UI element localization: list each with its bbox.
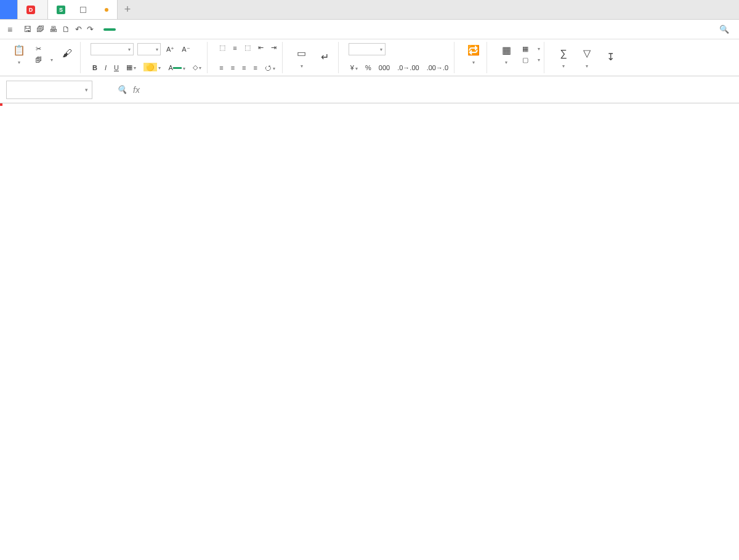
quick-access-toolbar: 🖫 🗊 🖶 🗋 ↶ ↷: [23, 25, 94, 34]
wrap-text-button[interactable]: ↵: [316, 43, 334, 72]
filter-button[interactable]: ▽: [578, 43, 596, 72]
print-preview-icon[interactable]: 🗋: [62, 25, 70, 34]
indent-dec-button[interactable]: ⇤: [256, 43, 265, 52]
format-painter-button[interactable]: 🖌: [58, 43, 76, 65]
menubar: ≡ 🖫 🗊 🖶 🗋 ↶ ↷ 🔍: [0, 20, 739, 39]
align-middle-button[interactable]: ≡: [231, 44, 238, 52]
align-top-button[interactable]: ⬚: [217, 43, 227, 52]
font-name-select[interactable]: ▾: [91, 43, 134, 55]
merge-center-button[interactable]: ▭: [293, 43, 311, 72]
percent-button[interactable]: %: [363, 63, 373, 72]
cut-button[interactable]: ✂: [33, 44, 53, 54]
tab-file[interactable]: S: [48, 0, 118, 19]
save-as-icon[interactable]: 🗊: [36, 25, 44, 34]
italic-button[interactable]: I: [103, 63, 108, 72]
border-button[interactable]: ▦: [124, 63, 138, 72]
font-color-button[interactable]: A: [166, 63, 187, 72]
align-left-button[interactable]: ≡: [217, 63, 225, 72]
copy-button[interactable]: 🗐: [33, 55, 53, 65]
save-icon[interactable]: 🖫: [23, 25, 31, 34]
number-format-select[interactable]: ▾: [349, 43, 386, 55]
align-right-button[interactable]: ≡: [240, 63, 248, 72]
highlight-box: [0, 103, 2, 106]
indent-inc-button[interactable]: ⇥: [269, 43, 278, 52]
comma-button[interactable]: 000: [377, 63, 392, 72]
redo-icon[interactable]: ↷: [87, 25, 94, 34]
underline-button[interactable]: U: [112, 63, 121, 72]
zoom-icon[interactable]: 🔍: [117, 85, 127, 94]
align-center-button[interactable]: ≡: [229, 63, 236, 72]
currency-button[interactable]: ¥: [349, 63, 360, 72]
hamburger-icon[interactable]: ≡: [7, 25, 12, 34]
type-convert-button[interactable]: 🔁: [464, 43, 483, 65]
align-bottom-button[interactable]: ⬚: [243, 43, 252, 52]
orientation-button[interactable]: ⭯: [263, 63, 277, 72]
unsaved-dot-icon: [105, 8, 108, 12]
docker-icon: D: [26, 6, 35, 14]
window-restore-icon[interactable]: [80, 7, 86, 13]
command-search[interactable]: 🔍: [719, 25, 732, 34]
table-style-button[interactable]: ▦: [520, 44, 540, 54]
dec-decimal-button[interactable]: .00→.0: [425, 63, 450, 72]
tab-docker[interactable]: D: [18, 0, 48, 19]
grow-font-button[interactable]: A⁺: [164, 45, 176, 54]
search-icon: 🔍: [719, 25, 729, 34]
spreadsheet-icon: S: [57, 6, 65, 14]
shrink-font-button[interactable]: A⁻: [180, 45, 192, 54]
align-justify-button[interactable]: ≡: [252, 63, 259, 72]
font-size-select[interactable]: ▾: [137, 43, 161, 55]
sum-button[interactable]: ∑: [554, 43, 573, 72]
bold-button[interactable]: B: [91, 63, 99, 72]
fill-color-button[interactable]: 🟡: [142, 63, 163, 72]
cell-style-button[interactable]: ▢: [520, 55, 540, 65]
paste-button[interactable]: 📋: [10, 43, 28, 65]
undo-icon[interactable]: ↶: [75, 25, 82, 34]
inc-decimal-button[interactable]: .0→.00: [395, 63, 421, 72]
fx-icon[interactable]: fx: [133, 85, 140, 95]
title-tabbar: D S +: [0, 0, 739, 20]
new-tab-button[interactable]: +: [118, 0, 137, 19]
conditional-format-button[interactable]: ▦: [497, 43, 515, 65]
tab-home[interactable]: [0, 0, 18, 19]
sort-button[interactable]: ↧: [601, 43, 620, 72]
name-box[interactable]: ▾: [6, 81, 92, 99]
ribbon: 📋 ✂ 🗐 🖌 ▾ ▾ A⁺ A⁻ B I U ▦ 🟡 A ◇ ⬚ ≡: [0, 39, 739, 76]
formula-bar: ▾ 🔍 fx: [0, 76, 739, 103]
print-icon[interactable]: 🖶: [49, 25, 57, 34]
clear-format-button[interactable]: ◇: [191, 63, 203, 72]
menu-start[interactable]: [103, 28, 116, 31]
